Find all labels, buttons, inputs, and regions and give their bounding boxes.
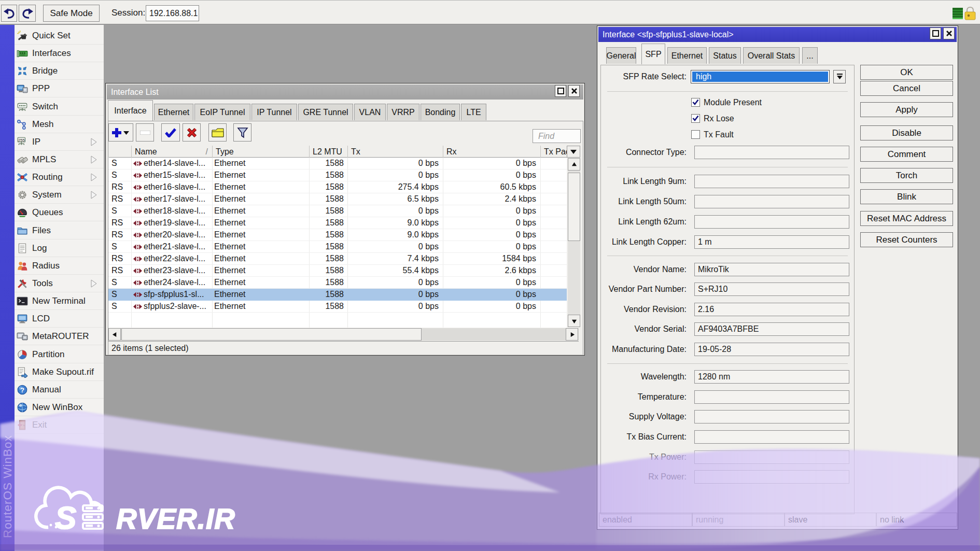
svg-text:255: 255 <box>18 138 25 143</box>
svg-text:RVER.IR: RVER.IR <box>116 503 235 535</box>
svg-text:?: ? <box>20 386 24 394</box>
svg-text:RouterOS WinBox: RouterOS WinBox <box>1 435 14 538</box>
